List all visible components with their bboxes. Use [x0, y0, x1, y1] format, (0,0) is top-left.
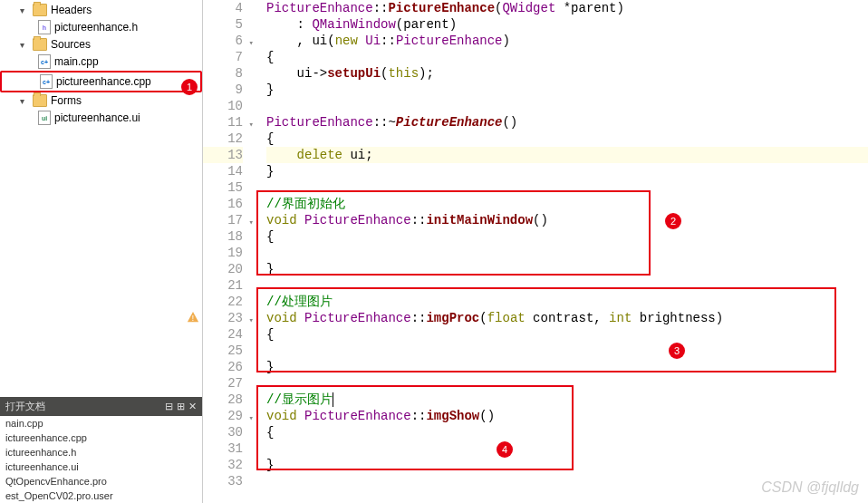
code-line: { [266, 424, 868, 440]
line-number: 30 [203, 424, 243, 440]
expand-arrow-icon: ▾ [20, 5, 29, 15]
open-doc-item[interactable]: ictureenhance.ui [0, 459, 202, 474]
line-number: 18 [203, 228, 243, 245]
line-number: 9 [203, 82, 243, 98]
open-doc-item[interactable]: ictureenhance.cpp [0, 430, 202, 445]
tree-folder-sources[interactable]: ▾ Sources [0, 36, 202, 53]
tree-folder-headers[interactable]: ▾ Headers [0, 2, 202, 18]
split-icon[interactable]: ⊟ [165, 401, 173, 412]
line-number: 11▾ [203, 114, 243, 131]
header-file-icon: h [38, 20, 51, 34]
annotation-badge-3: 3 [669, 343, 685, 359]
line-number: 13 [203, 147, 243, 163]
warning-icon[interactable]: ! [187, 311, 199, 328]
folder-icon [33, 38, 47, 51]
code-line: { [266, 228, 868, 245]
open-doc-item[interactable]: QtOpencvEnhance.pro [0, 474, 202, 488]
line-number: 26 [203, 359, 243, 375]
line-number: 4 [203, 0, 243, 16]
tree-label: main.cpp [54, 55, 99, 68]
line-number-gutter: 4 5 6▾ 7 8 9 10 11▾ 12 13 14 15 16 17▾ 1… [203, 0, 250, 503]
ui-file-icon: ui [38, 111, 51, 125]
code-line: } [266, 457, 868, 473]
header-controls: ⊟ ⊞ ✕ [165, 401, 197, 412]
line-number: 6▾ [203, 33, 243, 49]
folder-icon [33, 94, 47, 107]
close-icon[interactable]: ✕ [188, 401, 197, 412]
code-line: delete ui; [266, 147, 868, 163]
code-line: //界面初始化 [266, 196, 868, 212]
code-line [266, 375, 868, 392]
line-number: 8 [203, 65, 243, 82]
cpp-file-icon: c+ [40, 74, 53, 89]
line-number: 29▾ [203, 408, 243, 424]
line-number: 16 [203, 196, 243, 212]
line-number: 22 [203, 294, 243, 310]
code-line: void PictureEnhance::imgProc(float contr… [266, 310, 868, 326]
code-line [266, 440, 868, 457]
code-line [266, 343, 868, 359]
code-area[interactable]: PictureEnhance::PictureEnhance(QWidget *… [250, 0, 868, 503]
line-number: 32 [203, 457, 243, 473]
annotation-badge-2: 2 [665, 213, 681, 229]
open-doc-item[interactable]: nain.cpp [0, 416, 202, 430]
open-docs-title: 打开文档 [5, 400, 45, 413]
line-number: !23▾ [203, 310, 243, 326]
line-number: 14 [203, 163, 243, 179]
tree-folder-forms[interactable]: ▾ Forms [0, 92, 202, 109]
code-line: ui->setupUi(this); [266, 65, 868, 82]
folder-icon [33, 4, 47, 16]
line-number: 24 [203, 326, 243, 343]
project-tree-panel: ▾ Headers h pictureenhance.h ▾ Sources c… [0, 0, 203, 503]
tree-label: Sources [51, 38, 91, 51]
line-number: 7 [203, 49, 243, 65]
code-line [266, 179, 868, 196]
expand-arrow-icon: ▾ [20, 96, 29, 106]
tree-label: Headers [51, 4, 92, 16]
line-number: 31 [203, 440, 243, 457]
line-number: 33 [203, 473, 243, 489]
code-line: : QMainWindow(parent) [266, 16, 868, 33]
code-line: , ui(new Ui::PictureEnhance) [266, 33, 868, 49]
tree-label: pictureenhance.ui [54, 111, 140, 124]
annotation-badge-4: 4 [497, 441, 513, 458]
tree-label: pictureenhance.h [54, 21, 138, 34]
code-line: void PictureEnhance::initMainWindow() [266, 212, 868, 228]
cpp-file-icon: c+ [38, 54, 51, 69]
code-line: } [266, 82, 868, 98]
code-line: PictureEnhance::~PictureEnhance() [266, 114, 868, 131]
line-number: 27 [203, 375, 243, 392]
code-line [266, 98, 868, 114]
code-line: { [266, 326, 868, 343]
line-number: 10 [203, 98, 243, 114]
line-number: 12 [203, 131, 243, 147]
tree-file-main-cpp[interactable]: c+ main.cpp [0, 53, 202, 71]
line-number: 15 [203, 179, 243, 196]
code-line: void PictureEnhance::imgShow() [266, 408, 868, 424]
code-line: } [266, 359, 868, 375]
code-editor[interactable]: 4 5 6▾ 7 8 9 10 11▾ 12 13 14 15 16 17▾ 1… [203, 0, 868, 503]
open-documents-list: nain.cpp ictureenhance.cpp ictureenhance… [0, 416, 202, 503]
project-tree: ▾ Headers h pictureenhance.h ▾ Sources c… [0, 0, 202, 129]
line-number: 20 [203, 261, 243, 277]
tree-label: pictureenhance.cpp [56, 75, 151, 88]
line-number: 5 [203, 16, 243, 33]
tree-file-pictureenhance-cpp[interactable]: c+ pictureenhance.cpp [0, 71, 202, 92]
code-line: //处理图片 [266, 294, 868, 310]
annotation-badge-1: 1 [181, 79, 198, 95]
expand-arrow-icon: ▾ [20, 40, 29, 50]
tree-file-ui[interactable]: ui pictureenhance.ui [0, 109, 202, 127]
code-line [266, 473, 868, 489]
open-doc-item[interactable]: est_OpenCV02.pro.user [0, 488, 202, 503]
svg-text:!: ! [190, 314, 195, 324]
code-line [266, 277, 868, 294]
code-line: { [266, 49, 868, 65]
tree-label: Forms [51, 94, 82, 107]
code-line: } [266, 261, 868, 277]
line-number: 28 [203, 392, 243, 408]
line-number: 25 [203, 343, 243, 359]
open-documents-header: 打开文档 ⊟ ⊞ ✕ [0, 397, 202, 416]
tree-file-header[interactable]: h pictureenhance.h [0, 18, 202, 36]
add-icon[interactable]: ⊞ [177, 401, 185, 412]
open-doc-item[interactable]: ictureenhance.h [0, 445, 202, 459]
